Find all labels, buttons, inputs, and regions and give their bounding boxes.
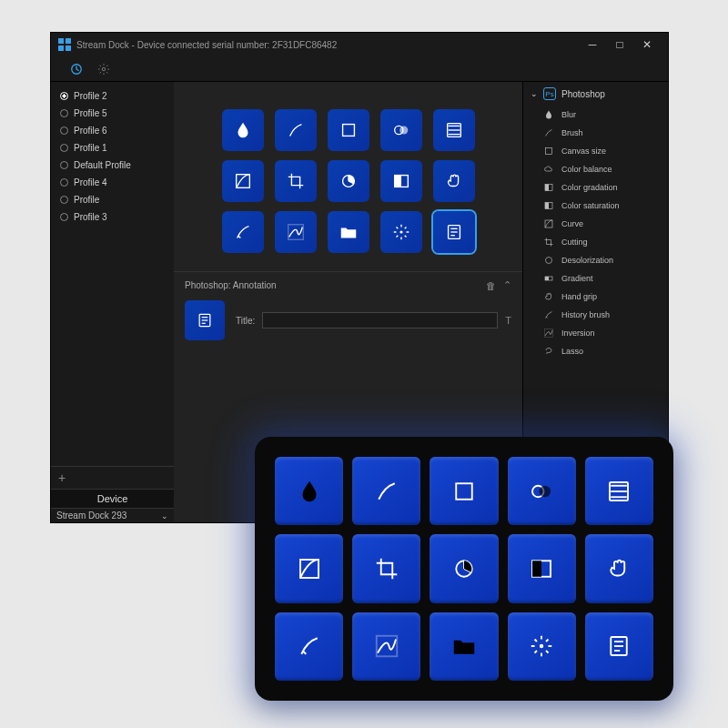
profile-item[interactable]: Profile 4 <box>51 174 174 191</box>
device-select[interactable]: Stream Dock 293 ⌄ <box>51 509 174 522</box>
radio-icon <box>60 144 68 152</box>
action-item[interactable]: Cutting <box>523 233 668 251</box>
action-item[interactable]: Brush <box>523 124 668 142</box>
profile-item[interactable]: Profile <box>51 191 174 208</box>
curve-icon <box>543 218 554 229</box>
crop-icon <box>543 237 554 248</box>
text-format-icon[interactable]: T <box>505 315 511 326</box>
profile-label: Profile 6 <box>74 126 107 136</box>
split-icon <box>543 182 554 193</box>
gradient-icon <box>543 273 554 284</box>
profile-item[interactable]: Profile 6 <box>51 122 174 139</box>
action-item[interactable]: Desolorization <box>523 251 668 269</box>
action-label: Inversion <box>561 329 595 338</box>
action-item[interactable]: History brush <box>523 306 668 324</box>
svg-rect-20 <box>58 38 64 44</box>
profile-label: Profile 4 <box>74 177 107 187</box>
close-button[interactable]: ✕ <box>633 38 661 51</box>
title-label: Title: <box>236 316 255 326</box>
svg-rect-23 <box>66 46 71 51</box>
action-item[interactable]: Blur <box>523 106 668 124</box>
device-key <box>352 457 420 525</box>
action-item[interactable]: Inversion <box>523 324 668 342</box>
maximize-button[interactable]: □ <box>606 38 633 51</box>
key-button[interactable] <box>433 211 475 253</box>
profile-item[interactable]: Profile 3 <box>51 208 174 226</box>
device-key <box>275 534 343 602</box>
action-item[interactable]: Curve <box>523 215 668 233</box>
home-icon[interactable] <box>69 62 84 76</box>
device-key <box>352 612 420 681</box>
brush-icon <box>543 127 554 138</box>
preview-key <box>185 300 225 340</box>
inspector-breadcrumb: Photoshop: Annotation <box>185 280 277 290</box>
device-key <box>430 612 498 681</box>
history-icon <box>543 309 554 320</box>
profile-label: Profile <box>74 195 99 205</box>
device-key <box>585 534 653 602</box>
radio-icon <box>60 161 68 169</box>
profile-item[interactable]: Profile 1 <box>51 139 174 157</box>
key-button[interactable] <box>222 211 264 253</box>
device-key <box>508 534 576 602</box>
device-selected: Stream Dock 293 <box>56 511 126 521</box>
title-bar: Stream Dock - Device connected serial nu… <box>51 33 668 56</box>
key-button[interactable] <box>380 160 422 202</box>
profile-label: Profile 2 <box>74 91 107 101</box>
key-button[interactable] <box>275 160 317 202</box>
action-item[interactable]: Color gradation <box>523 178 668 197</box>
minimize-button[interactable]: ─ <box>579 38 606 51</box>
key-button[interactable] <box>433 109 475 151</box>
toolbar <box>51 56 668 82</box>
settings-icon[interactable] <box>96 62 111 76</box>
action-label: History brush <box>561 310 610 319</box>
key-button[interactable] <box>328 211 369 253</box>
title-input[interactable] <box>262 312 498 329</box>
svg-point-25 <box>102 67 106 71</box>
actions-header-label: Photoshop <box>561 89 605 99</box>
action-item[interactable]: Canvas size <box>523 142 668 160</box>
action-item[interactable]: Hand grip <box>523 288 668 306</box>
action-label: Cutting <box>561 238 588 247</box>
action-label: Color saturation <box>561 201 620 210</box>
key-grid <box>174 82 522 271</box>
action-item[interactable]: Lasso <box>523 342 668 360</box>
photoshop-badge-icon: Ps <box>543 87 556 100</box>
device-key <box>585 612 653 681</box>
profile-label: Default Profile <box>74 160 131 170</box>
action-item[interactable]: Color balance <box>523 160 668 178</box>
chevron-up-icon[interactable]: ⌃ <box>503 279 511 291</box>
key-button[interactable] <box>275 211 317 253</box>
svg-rect-22 <box>58 46 64 51</box>
radio-icon <box>60 109 68 117</box>
radio-icon <box>60 196 68 204</box>
chevron-down-icon: ⌄ <box>531 89 538 98</box>
key-button[interactable] <box>222 160 264 202</box>
action-item[interactable]: Gradient <box>523 269 668 288</box>
key-button[interactable] <box>433 160 475 202</box>
action-item[interactable]: Color saturation <box>523 197 668 215</box>
key-button[interactable] <box>328 109 369 151</box>
actions-header[interactable]: ⌄ Ps Photoshop <box>523 82 668 106</box>
device-key <box>275 612 343 681</box>
profile-item[interactable]: Default Profile <box>51 157 174 174</box>
profile-item[interactable]: Profile 2 <box>51 87 174 105</box>
device-key <box>430 534 498 602</box>
key-button[interactable] <box>380 109 422 151</box>
split-icon <box>543 200 554 211</box>
cloud-icon <box>543 164 554 175</box>
key-button[interactable] <box>222 109 264 151</box>
chevron-down-icon: ⌄ <box>161 511 168 521</box>
key-button[interactable] <box>328 160 369 202</box>
delete-icon[interactable]: 🗑 <box>486 280 496 291</box>
action-label: Canvas size <box>561 147 606 156</box>
sidebar-left: Profile 2Profile 5Profile 6Profile 1Defa… <box>51 82 174 522</box>
key-button[interactable] <box>275 109 317 151</box>
add-profile-button[interactable]: + <box>51 467 174 490</box>
key-button[interactable] <box>380 211 422 253</box>
action-label: Brush <box>561 128 583 137</box>
profile-item[interactable]: Profile 5 <box>51 105 174 122</box>
action-label: Gradient <box>561 274 593 283</box>
radio-icon <box>60 126 68 135</box>
action-list: BlurBrushCanvas sizeColor balanceColor g… <box>523 106 668 360</box>
